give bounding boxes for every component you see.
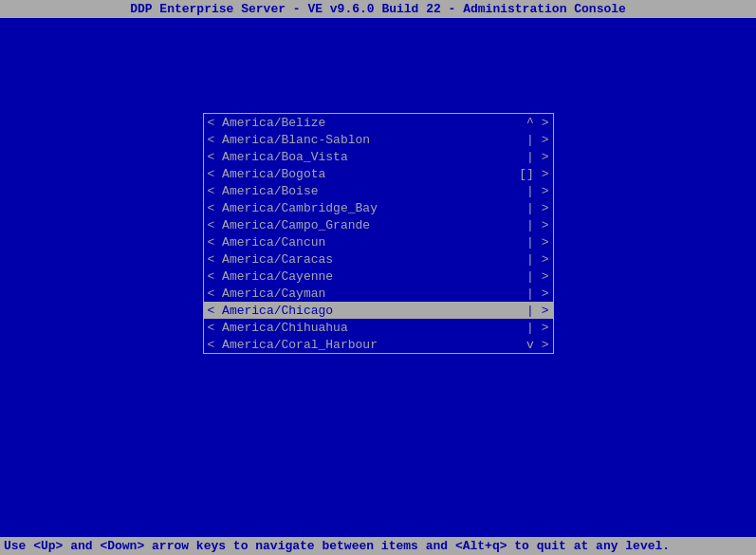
list-item-name: < America/Campo_Grande bbox=[208, 218, 526, 232]
list-item-indicator: | > bbox=[526, 218, 548, 232]
list-item[interactable]: < America/Caracas| > bbox=[204, 250, 553, 268]
list-item-name: < America/Cayman bbox=[208, 287, 526, 301]
list-item-indicator: | > bbox=[526, 201, 548, 215]
status-text: Use <Up> and <Down> arrow keys to naviga… bbox=[4, 539, 670, 553]
main-content: < America/Belize^ >< America/Blanc-Sablo… bbox=[0, 18, 756, 354]
list-item-name: < America/Boise bbox=[208, 184, 526, 198]
list-item[interactable]: < America/Cayenne| > bbox=[204, 268, 553, 285]
list-item[interactable]: < America/Boise| > bbox=[204, 182, 553, 199]
list-item-name: < America/Belize bbox=[208, 116, 526, 130]
title-bar: DDP Enterprise Server - VE v9.6.0 Build … bbox=[0, 0, 756, 18]
list-item-indicator: | > bbox=[526, 184, 548, 198]
list-item-indicator: | > bbox=[526, 269, 548, 284]
list-item-name: < America/Blanc-Sablon bbox=[208, 133, 526, 147]
list-item[interactable]: < America/Cancun| > bbox=[204, 233, 553, 250]
list-box[interactable]: < America/Belize^ >< America/Blanc-Sablo… bbox=[203, 113, 554, 354]
list-item-name: < America/Chihuahua bbox=[208, 321, 526, 335]
list-item-indicator: v > bbox=[526, 338, 548, 352]
list-item[interactable]: < America/Coral_Harbourv > bbox=[204, 336, 553, 353]
list-item[interactable]: < America/Chicago| > bbox=[204, 302, 553, 319]
list-item[interactable]: < America/Blanc-Sablon| > bbox=[204, 131, 553, 148]
title-text: DDP Enterprise Server - VE v9.6.0 Build … bbox=[130, 2, 626, 16]
list-item-name: < America/Chicago bbox=[208, 304, 526, 318]
list-item-indicator: | > bbox=[526, 150, 548, 164]
list-item-name: < America/Cayenne bbox=[208, 269, 526, 284]
list-item[interactable]: < America/Cayman| > bbox=[204, 285, 553, 302]
status-bar: Use <Up> and <Down> arrow keys to naviga… bbox=[0, 537, 756, 555]
list-item-indicator: | > bbox=[526, 304, 548, 318]
list-item-name: < America/Cambridge_Bay bbox=[208, 201, 526, 215]
list-item[interactable]: < America/Bogota[] > bbox=[204, 165, 553, 182]
list-item-name: < America/Caracas bbox=[208, 252, 526, 267]
list-item-name: < America/Cancun bbox=[208, 235, 526, 250]
list-item[interactable]: < America/Chihuahua| > bbox=[204, 319, 553, 336]
list-item[interactable]: < America/Boa_Vista| > bbox=[204, 148, 553, 165]
list-item-name: < America/Coral_Harbour bbox=[208, 338, 526, 352]
list-item-name: < America/Boa_Vista bbox=[208, 150, 526, 164]
list-item-indicator: | > bbox=[526, 133, 548, 147]
list-item[interactable]: < America/Belize^ > bbox=[204, 114, 553, 131]
list-item-indicator: | > bbox=[526, 252, 548, 267]
list-item[interactable]: < America/Cambridge_Bay| > bbox=[204, 199, 553, 216]
list-item-indicator: | > bbox=[526, 235, 548, 250]
list-item-indicator: ^ > bbox=[526, 116, 548, 130]
list-item-indicator: | > bbox=[526, 287, 548, 301]
list-item-name: < America/Bogota bbox=[208, 167, 518, 181]
list-item-indicator: | > bbox=[526, 321, 548, 335]
list-item-indicator: [] > bbox=[519, 167, 548, 181]
list-item[interactable]: < America/Campo_Grande| > bbox=[204, 216, 553, 233]
